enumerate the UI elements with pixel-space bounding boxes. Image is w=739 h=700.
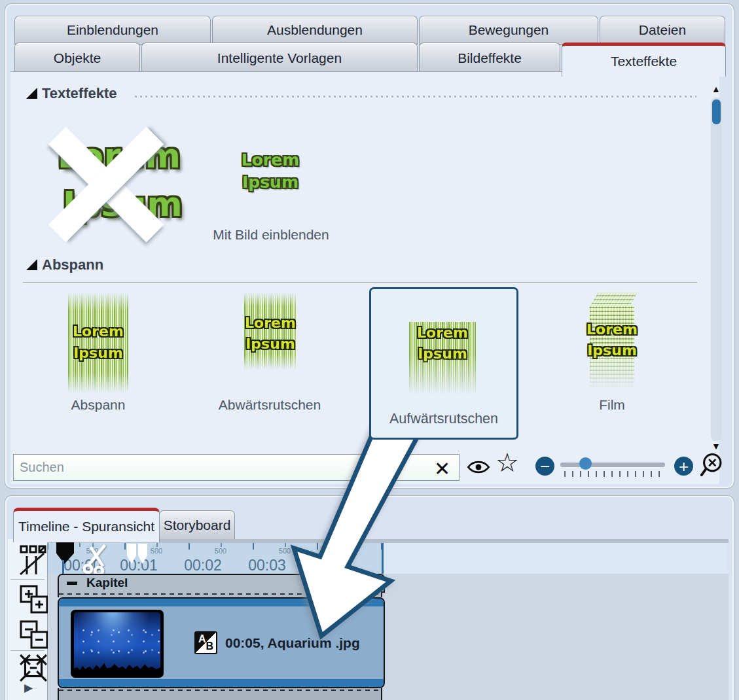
collapse-triangle-icon[interactable] bbox=[26, 88, 37, 99]
clip-label: 00:05, Aquarium .jpg bbox=[225, 635, 360, 651]
text-effect-ab-icon: A B bbox=[194, 631, 217, 654]
tab-bildeffekte[interactable]: Bildeffekte bbox=[419, 43, 560, 73]
preview-word: Lorem bbox=[579, 321, 645, 338]
track-gap bbox=[58, 591, 382, 597]
effect-item-abspann[interactable]: Lorem Ipsum bbox=[68, 292, 128, 393]
tab-intelligente-vorlagen[interactable]: Intelligente Vorlagen bbox=[141, 43, 418, 73]
ruler-half-label: 500 bbox=[147, 547, 166, 555]
preview-word: Lorem bbox=[221, 150, 320, 169]
ab-icon-a: A bbox=[198, 633, 206, 645]
zoom-slider-thumb[interactable] bbox=[579, 457, 592, 470]
track-header-kapitel[interactable]: Kapitel bbox=[58, 574, 385, 593]
effect-item-aufwaertsrutschen-selected[interactable]: Lorem Ipsum Aufwärtsrutschen bbox=[369, 287, 518, 440]
effect-item-label: Abwärtsrutschen bbox=[207, 397, 332, 413]
clip-bottom-bar bbox=[59, 679, 384, 687]
preview-word: Ipsum bbox=[579, 342, 645, 359]
dashed-divider bbox=[59, 593, 381, 595]
playhead-line bbox=[62, 560, 64, 574]
search-input[interactable] bbox=[13, 454, 460, 481]
ruler-time-label: 00:03 bbox=[240, 557, 295, 574]
track-area-below bbox=[58, 688, 382, 700]
zoom-in-button[interactable]: + bbox=[674, 457, 693, 476]
effect-item-no-effect[interactable]: Lorem Ipsum bbox=[46, 131, 190, 255]
section-divider bbox=[23, 282, 697, 283]
dashed-divider bbox=[59, 690, 381, 691]
clear-search-icon[interactable]: ✕ bbox=[434, 457, 450, 480]
thumbnail-zoom-slider[interactable] bbox=[560, 463, 665, 467]
preview-word: Ipsum bbox=[68, 345, 128, 361]
timeline-ruler-empty[interactable] bbox=[382, 543, 727, 574]
preview-word: Lorem bbox=[244, 315, 297, 331]
toolbar-separator bbox=[10, 650, 45, 651]
project-end-marker bbox=[382, 543, 384, 574]
tab-texteffekte[interactable]: Texteffekte bbox=[562, 43, 726, 77]
collapse-track-icon[interactable] bbox=[67, 582, 77, 585]
timeline-clip-aquarium[interactable]: A B 00:05, Aquarium .jpg bbox=[58, 597, 385, 688]
star-icon[interactable]: ☆ bbox=[496, 447, 519, 478]
effects-scrollbar[interactable] bbox=[711, 97, 722, 441]
preview-word: Lorem bbox=[409, 324, 476, 341]
fish-specks bbox=[74, 621, 160, 661]
preview-word: Ipsum bbox=[244, 336, 297, 352]
ruler-half-label: 500 bbox=[211, 547, 230, 555]
section-title-texteffekte[interactable]: Texteffekte bbox=[42, 85, 117, 102]
section-divider-dotted bbox=[135, 96, 696, 97]
scrollbar-up-icon[interactable]: ▲ bbox=[712, 84, 721, 94]
track-view-icon[interactable] bbox=[18, 544, 48, 576]
zoom-out-button[interactable]: − bbox=[535, 457, 554, 476]
clip-top-bar bbox=[59, 599, 384, 606]
scrollbar-thumb[interactable] bbox=[712, 99, 721, 124]
zoom-reset-icon[interactable] bbox=[699, 453, 724, 478]
section-title-abspann[interactable]: Abspann bbox=[42, 256, 103, 273]
ruler-time-label: 00:01 bbox=[111, 557, 166, 574]
add-track-icon[interactable] bbox=[20, 585, 48, 614]
effect-thumbnail: Lorem Ipsum bbox=[409, 322, 476, 395]
effect-item-film[interactable]: Lorem Ipsum bbox=[583, 291, 641, 393]
preview-word: Ipsum bbox=[221, 173, 320, 192]
tab-dateien[interactable]: Dateien bbox=[600, 16, 725, 44]
tab-einblendungen[interactable]: Einblendungen bbox=[14, 16, 211, 44]
ruler-half-label: 500 bbox=[339, 547, 359, 555]
play-icon[interactable]: ▶ bbox=[24, 681, 33, 695]
effect-item-abwaertsrutschen[interactable]: Lorem Ipsum bbox=[244, 292, 297, 370]
tab-objekte[interactable]: Objekte bbox=[14, 43, 140, 73]
scissors-icon[interactable] bbox=[81, 543, 115, 576]
tab-timeline-spuransicht[interactable]: Timeline - Spuransicht bbox=[13, 508, 160, 542]
effect-item-label: Mit Bild einblenden bbox=[196, 227, 346, 243]
ruler-half-label: 500 bbox=[275, 547, 295, 555]
ruler-time-label: 00:04 bbox=[304, 557, 359, 574]
eye-icon[interactable] bbox=[467, 459, 490, 476]
effect-item-label: Abspann bbox=[46, 397, 151, 413]
ruler-time-label: 00:02 bbox=[175, 557, 230, 574]
ab-icon-b: B bbox=[206, 640, 213, 652]
effect-item-label: Film bbox=[588, 397, 636, 413]
aquarium-image bbox=[74, 612, 160, 675]
clip-thumbnail bbox=[71, 610, 164, 678]
collapse-triangle-icon[interactable] bbox=[26, 259, 37, 270]
shrink-frame-icon[interactable] bbox=[18, 653, 48, 683]
tab-storyboard[interactable]: Storyboard bbox=[159, 510, 235, 540]
effect-item-label: Aufwärtsrutschen bbox=[371, 411, 516, 427]
effect-item-mit-bild-einblenden[interactable]: Lorem Ipsum bbox=[221, 149, 320, 221]
tab-bewegungen[interactable]: Bewegungen bbox=[419, 16, 598, 44]
preview-word: Lorem bbox=[68, 323, 128, 340]
zoom-slider-ticks bbox=[564, 471, 664, 477]
app-screen: Einblendungen Ausblendungen Bewegungen D… bbox=[0, 0, 739, 700]
toolbar-separator bbox=[10, 579, 45, 580]
track-name: Kapitel bbox=[86, 576, 128, 590]
scrollbar-down-icon[interactable]: ▼ bbox=[712, 441, 721, 451]
preview-word: Ipsum bbox=[409, 345, 476, 362]
tab-ausblendungen[interactable]: Ausblendungen bbox=[212, 16, 418, 44]
collapse-tracks-icon[interactable] bbox=[20, 620, 48, 649]
